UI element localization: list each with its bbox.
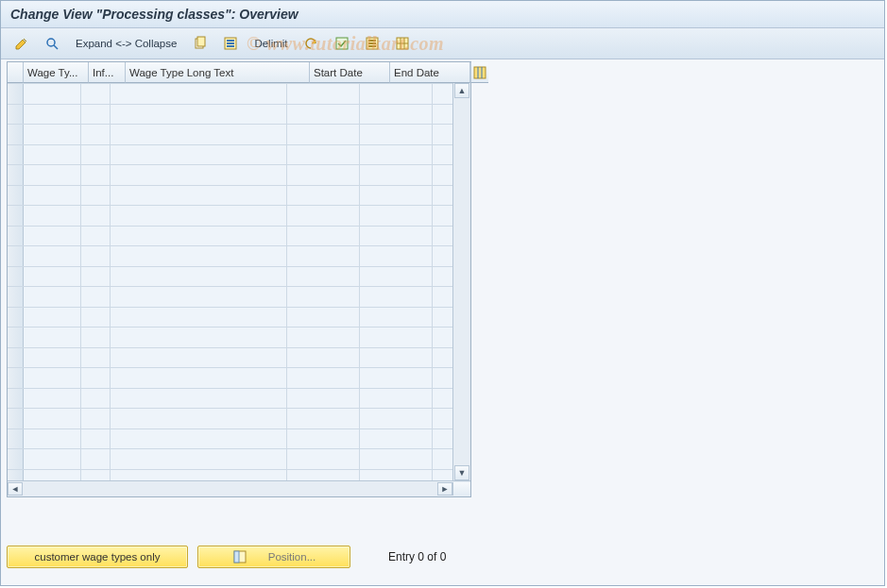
cell-inf[interactable] [81,389,111,409]
row-selector[interactable] [8,429,24,449]
cell-end-date[interactable] [360,308,433,328]
cell-end-date[interactable] [360,125,433,144]
cell-end-date[interactable] [360,470,433,481]
cell-inf[interactable] [81,368,111,388]
table-row[interactable] [8,307,452,328]
cell-start-date[interactable] [287,449,360,469]
cell-wage-type[interactable] [24,186,81,206]
cell-end-date[interactable] [360,328,433,347]
cell-wage-type[interactable] [24,105,81,125]
col-header-wage-type[interactable]: Wage Ty... [24,62,89,83]
cell-long-text[interactable] [111,267,287,287]
cell-end-date[interactable] [360,348,433,368]
cell-long-text[interactable] [111,470,287,481]
copy-button[interactable] [187,32,213,55]
table-row[interactable] [8,185,452,206]
cell-start-date[interactable] [287,470,360,481]
table-row[interactable] [8,205,452,226]
table-row[interactable] [8,428,452,449]
cell-inf[interactable] [81,409,111,428]
cell-start-date[interactable] [287,308,360,328]
cell-long-text[interactable] [111,186,287,206]
cell-wage-type[interactable] [24,348,81,368]
cell-end-date[interactable] [360,449,433,469]
row-selector-header[interactable] [8,62,24,83]
delimit-button[interactable]: Delimit [247,32,294,55]
cell-long-text[interactable] [111,348,287,368]
cell-start-date[interactable] [287,368,360,388]
cell-wage-type[interactable] [24,429,81,449]
cell-inf[interactable] [81,206,111,226]
cell-long-text[interactable] [111,246,287,266]
cell-inf[interactable] [81,287,111,307]
cell-end-date[interactable] [360,165,433,185]
cell-start-date[interactable] [287,267,360,287]
cell-wage-type[interactable] [24,328,81,347]
cell-inf[interactable] [81,470,111,481]
cell-inf[interactable] [81,125,111,144]
table-row[interactable] [8,266,452,287]
cell-wage-type[interactable] [24,246,81,266]
cell-wage-type[interactable] [24,449,81,469]
cell-wage-type[interactable] [24,227,81,246]
cell-end-date[interactable] [360,206,433,226]
cell-long-text[interactable] [111,409,287,428]
cell-long-text[interactable] [111,105,287,125]
cell-start-date[interactable] [287,246,360,266]
cell-long-text[interactable] [111,84,287,104]
cell-start-date[interactable] [287,165,360,185]
row-selector[interactable] [8,125,24,144]
cell-wage-type[interactable] [24,206,81,226]
cell-long-text[interactable] [111,368,287,388]
customer-wage-types-button[interactable]: customer wage types only [7,546,188,568]
cell-wage-type[interactable] [24,409,81,428]
scroll-right-button[interactable]: ► [437,482,452,496]
cell-inf[interactable] [81,145,111,165]
cell-start-date[interactable] [287,348,360,368]
cell-long-text[interactable] [111,429,287,449]
col-header-inf[interactable]: Inf... [89,62,126,83]
horizontal-scrollbar[interactable]: ◄ ► [8,480,470,496]
table-row[interactable] [8,226,452,246]
cell-start-date[interactable] [287,105,360,125]
cell-long-text[interactable] [111,125,287,144]
cell-inf[interactable] [81,186,111,206]
vertical-scrollbar[interactable]: ▲ ▼ [452,83,470,480]
cell-inf[interactable] [81,246,111,266]
table-row[interactable] [8,448,452,469]
cell-long-text[interactable] [111,389,287,409]
scroll-up-button[interactable]: ▲ [454,83,469,98]
cell-long-text[interactable] [111,328,287,347]
row-selector[interactable] [8,267,24,287]
cell-wage-type[interactable] [24,287,81,307]
cell-long-text[interactable] [111,308,287,328]
cell-long-text[interactable] [111,449,287,469]
cell-inf[interactable] [81,308,111,328]
table-row[interactable] [8,327,452,347]
cell-start-date[interactable] [287,389,360,409]
cell-long-text[interactable] [111,227,287,246]
row-selector[interactable] [8,105,24,125]
row-selector[interactable] [8,449,24,469]
row-selector[interactable] [8,470,24,481]
cell-wage-type[interactable] [24,470,81,481]
cell-wage-type[interactable] [24,125,81,144]
configure-columns-button[interactable] [470,62,488,83]
table-row[interactable] [8,164,452,185]
scroll-track[interactable] [453,98,470,465]
table-row[interactable] [8,408,452,428]
cell-wage-type[interactable] [24,389,81,409]
scroll-down-button[interactable]: ▼ [454,465,469,480]
cell-long-text[interactable] [111,145,287,165]
table-row[interactable] [8,388,452,409]
row-selector[interactable] [8,287,24,307]
row-selector[interactable] [8,206,24,226]
cell-end-date[interactable] [360,246,433,266]
cell-start-date[interactable] [287,125,360,144]
cell-start-date[interactable] [287,186,360,206]
cell-end-date[interactable] [360,287,433,307]
row-selector[interactable] [8,348,24,368]
cell-end-date[interactable] [360,186,433,206]
toggle-display-change-button[interactable] [9,32,35,55]
cell-start-date[interactable] [287,206,360,226]
